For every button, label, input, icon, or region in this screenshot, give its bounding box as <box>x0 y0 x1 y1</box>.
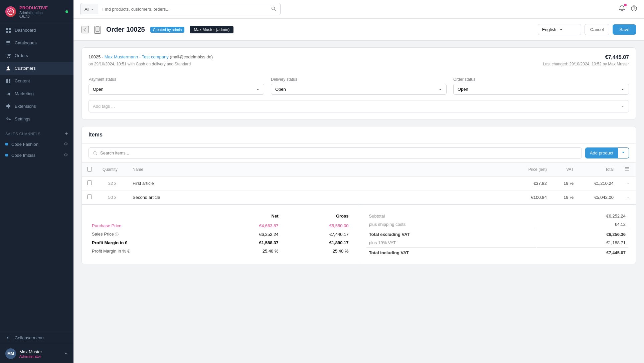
save-button[interactable]: Save <box>613 24 636 35</box>
content-area: Order 10025 Created by admin Max Muster … <box>73 19 644 363</box>
sidebar-item-dashboard[interactable]: Dashboard <box>0 24 73 37</box>
code-imbiss-label: Code Imbiss <box>11 153 35 158</box>
search-type-button[interactable]: All <box>80 4 98 14</box>
add-product-group: Add product <box>585 147 629 158</box>
marketing-label: Marketing <box>15 91 34 96</box>
delivery-status-select[interactable]: Open <box>271 84 447 95</box>
price-net-header: Price (net) <box>509 163 552 176</box>
inner-content: 10025 - Max Mustermann - Test company (m… <box>73 41 644 271</box>
cancel-button[interactable]: Cancel <box>585 24 609 35</box>
sidebar-item-code-imbiss[interactable]: Code Imbiss <box>0 150 73 161</box>
profit-margin-eur-net: €1,588.37 <box>212 239 281 247</box>
delivery-status-field: Delivery status Open <box>271 77 447 95</box>
settings-icon <box>5 116 11 122</box>
language-select[interactable]: English <box>538 24 581 35</box>
tags-placeholder: Add tags ... <box>93 104 115 109</box>
items-table: Quantity Name Price (net) VAT Total <box>82 163 636 204</box>
sidebar-item-orders[interactable]: Orders <box>0 49 73 62</box>
add-product-dropdown-button[interactable] <box>618 147 629 158</box>
sidebar-item-extensions[interactable]: Extensions <box>0 100 73 113</box>
status-indicator <box>65 10 68 13</box>
delivery-status-value: Open <box>275 87 286 92</box>
sidebar-footer: Collapse menu MM Max Muster Administrato… <box>0 331 73 363</box>
items-search-wrapper <box>89 147 582 158</box>
row-actions-button[interactable]: ··· <box>619 176 636 191</box>
profit-margin-eur-gross: €1,890.17 <box>282 239 351 247</box>
subtotal-value: €6,252.24 <box>537 212 628 220</box>
dashboard-label: Dashboard <box>15 28 36 33</box>
row-dots-button[interactable]: ··· <box>625 181 629 186</box>
sidebar-logo <box>5 6 16 17</box>
vat-label: plus 19% VAT <box>366 239 537 247</box>
catalogues-label: Catalogues <box>15 40 37 45</box>
row-total: €5,042.00 <box>579 191 619 205</box>
payment-status-select[interactable]: Open <box>89 84 264 95</box>
collapse-menu-button[interactable]: Collapse menu <box>0 331 73 344</box>
row-vat: 19 % <box>552 191 579 205</box>
customer-link[interactable]: Max Mustermann - Test company <box>105 54 169 59</box>
sidebar-item-content[interactable]: Content <box>0 75 73 87</box>
help-button[interactable] <box>631 5 637 13</box>
svg-rect-3 <box>6 31 8 33</box>
row-checkbox-1[interactable] <box>87 195 92 199</box>
items-section-title: Items <box>82 126 636 143</box>
sidebar-item-customers[interactable]: Customers <box>0 62 73 75</box>
select-all-checkbox[interactable] <box>87 167 92 171</box>
row-total: €1,210.24 <box>579 176 619 191</box>
order-email-close: ) <box>211 54 213 59</box>
brand-sub: Administration <box>19 11 48 15</box>
net-header: Net <box>212 212 281 221</box>
sidebar-item-catalogues[interactable]: Catalogues <box>0 37 73 49</box>
sidebar-item-marketing[interactable]: Marketing <box>0 87 73 100</box>
eye-icon-2[interactable] <box>63 152 68 158</box>
last-changed: Last changed: 29/10/2024, 10:52 by Max M… <box>543 62 629 72</box>
svg-rect-1 <box>6 28 8 30</box>
row-checkbox-cell <box>82 176 97 191</box>
user-chevron-icon <box>63 351 68 357</box>
svg-point-10 <box>7 66 9 68</box>
collapse-label: Collapse menu <box>15 335 44 340</box>
svg-rect-4 <box>9 31 11 33</box>
profit-margin-pct-label: Profit Margin in % € <box>89 247 211 255</box>
order-status-select[interactable]: Open <box>453 84 629 95</box>
tags-input[interactable]: Add tags ... <box>89 100 629 112</box>
sales-price-info-icon[interactable]: ⓘ <box>115 232 119 236</box>
svg-rect-12 <box>9 79 10 81</box>
order-amount: €7,445.07 <box>605 54 629 60</box>
search-button[interactable] <box>267 3 280 15</box>
sidebar-item-code-fashion[interactable]: Code Fashion <box>0 139 73 150</box>
payment-status-label: Payment status <box>89 77 264 82</box>
search-input[interactable] <box>98 4 267 14</box>
order-title: Order 10025 <box>106 26 145 33</box>
sales-price-label: Sales Price ⓘ <box>89 230 211 238</box>
svg-rect-6 <box>6 42 10 43</box>
order-header-bar: Order 10025 Created by admin Max Muster … <box>73 19 644 41</box>
document-button[interactable] <box>94 26 101 34</box>
row-actions-button[interactable]: ··· <box>619 191 636 205</box>
row-dots-button[interactable]: ··· <box>625 195 629 200</box>
user-initials: MM <box>7 351 14 356</box>
total-excl-vat-label: Total excluding VAT <box>366 229 537 238</box>
summary-section: Net Gross Purchase Price €4,663.87 €5,55… <box>82 204 636 264</box>
table-menu-button[interactable] <box>624 166 630 173</box>
user-info[interactable]: MM Max Muster Administrator <box>0 344 73 363</box>
profit-margin-pct-net: 25,40 % <box>212 247 281 255</box>
eye-icon[interactable] <box>63 141 68 147</box>
order-status-value: Open <box>458 87 468 92</box>
back-button[interactable] <box>82 26 89 33</box>
settings-label: Settings <box>15 116 30 121</box>
payment-status-field: Payment status Open <box>89 77 264 95</box>
items-search-input[interactable] <box>100 150 578 155</box>
collapse-icon <box>5 335 11 341</box>
add-product-button[interactable]: Add product <box>585 147 618 158</box>
delivery-status-label: Delivery status <box>271 77 447 82</box>
user-details: Max Muster Administrator <box>19 349 42 358</box>
gross-header: Gross <box>282 212 351 221</box>
notifications-bell[interactable] <box>619 5 625 13</box>
add-sales-channel-button[interactable]: + <box>65 131 68 137</box>
sidebar-item-settings[interactable]: Settings <box>0 113 73 125</box>
row-checkbox-0[interactable] <box>87 180 92 185</box>
purchase-price-gross: €5,550.00 <box>282 222 351 230</box>
row-checkbox-cell <box>82 191 97 205</box>
orders-label: Orders <box>15 53 28 58</box>
